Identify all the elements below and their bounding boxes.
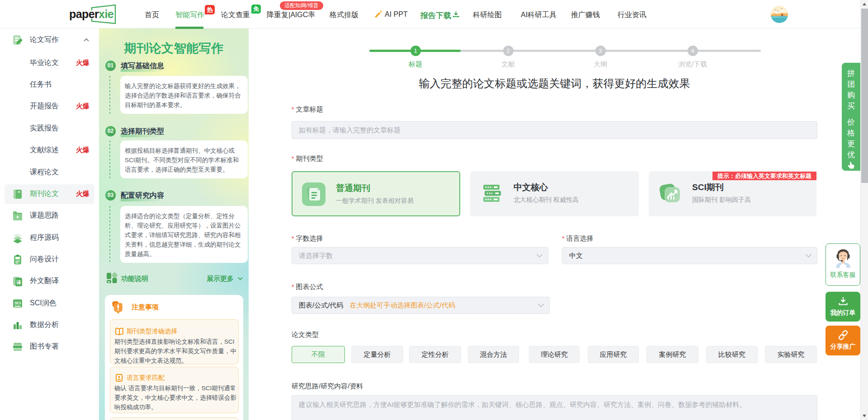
- svg-text:SCI: SCI: [14, 301, 21, 305]
- svg-text:译: 译: [16, 280, 21, 285]
